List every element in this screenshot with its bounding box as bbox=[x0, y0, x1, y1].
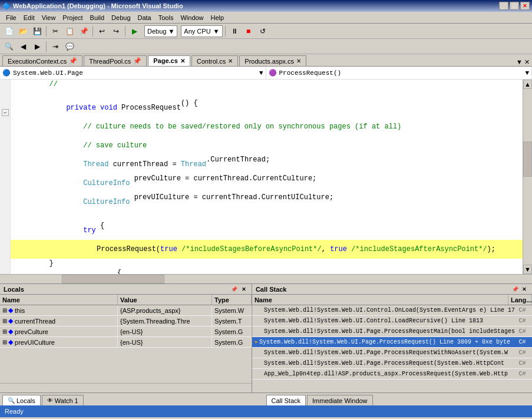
save-button[interactable]: 💾 bbox=[31, 25, 44, 37]
redo-button[interactable]: ↪ bbox=[110, 25, 123, 37]
scroll-thumb[interactable] bbox=[523, 141, 532, 177]
locals-row-prevuiculture[interactable]: ⊞ ◆ prevUICulture {en-US} System.G bbox=[0, 337, 252, 348]
locals-hscroll-track[interactable] bbox=[0, 384, 252, 392]
sep1 bbox=[46, 26, 47, 37]
new-file-button[interactable]: 📄 bbox=[2, 25, 15, 37]
menu-window[interactable]: Window bbox=[177, 13, 207, 22]
code-text[interactable]: // − private void ProcessRequest() { // … bbox=[11, 80, 523, 274]
cs-name-4: System.Web.dll!System.Web.UI.Page.Proces… bbox=[259, 339, 515, 345]
watch-tab-icon: 👁 bbox=[47, 397, 53, 404]
tab-close-icon[interactable]: ✕ bbox=[228, 58, 233, 64]
method-name-code: ProcessRequest bbox=[121, 103, 181, 113]
tab-close-icon[interactable]: ✕ bbox=[296, 58, 301, 64]
class-dropdown[interactable]: 🔵 System.Web.UI.Page ▼ bbox=[0, 67, 266, 79]
nav-back-button[interactable]: ◀ bbox=[16, 41, 29, 52]
immediate-tab-label: Immediate Window bbox=[312, 397, 368, 404]
btab-callstack[interactable]: Call Stack bbox=[266, 395, 306, 405]
menu-debug[interactable]: Debug bbox=[108, 13, 134, 22]
config-dropdown[interactable]: Debug ▼ bbox=[144, 25, 177, 37]
culture-icon: ◆ bbox=[8, 328, 13, 335]
pause-button[interactable]: ⏸ bbox=[228, 25, 241, 37]
locals-hscroll[interactable] bbox=[0, 383, 252, 392]
collapse-icon[interactable]: − bbox=[2, 109, 9, 116]
menu-view[interactable]: View bbox=[38, 13, 60, 22]
tab-page[interactable]: Page.cs ✕ bbox=[148, 55, 190, 66]
maximize-button[interactable]: □ bbox=[510, 2, 519, 10]
tab-overflow[interactable]: ▼ ✕ bbox=[516, 58, 530, 66]
indent-button[interactable]: ⇥ bbox=[49, 41, 62, 52]
method-dropdown[interactable]: 🟣 ProcessRequest() ▼ bbox=[266, 67, 533, 79]
find-button[interactable]: 🔍 bbox=[2, 41, 15, 52]
code-scroll-area[interactable]: // − private void ProcessRequest() { // … bbox=[11, 80, 523, 274]
code-line: try { bbox=[11, 221, 523, 240]
tab-threadpool[interactable]: ThreadPool.cs 📌 bbox=[84, 55, 147, 66]
cs-lang-3: C# bbox=[515, 328, 530, 335]
menu-edit[interactable]: Edit bbox=[20, 13, 38, 22]
close-button[interactable]: ✕ bbox=[520, 2, 530, 10]
code-line: } bbox=[11, 259, 523, 268]
cs-row-1[interactable]: System.Web.dll!System.Web.UI.Control.OnL… bbox=[252, 305, 532, 316]
locals-table: Name Value Type ⊞ ◆ this {ASP.products_a… bbox=[0, 295, 252, 383]
cs-row-2[interactable]: System.Web.dll!System.Web.UI.Control.Loa… bbox=[252, 316, 532, 326]
btab-locals[interactable]: 🔍 Locals bbox=[2, 395, 41, 405]
scroll-up-button[interactable]: ▲ bbox=[523, 80, 532, 89]
cs-arrow-icon bbox=[255, 371, 262, 377]
locals-row-prevculture[interactable]: ⊞ ◆ prevCulture {en-US} System.G bbox=[0, 326, 252, 337]
menu-data[interactable]: Data bbox=[134, 13, 155, 22]
cs-row-6[interactable]: System.Web.dll!System.Web.UI.Page.Proces… bbox=[252, 358, 532, 369]
hscroll-track[interactable] bbox=[11, 275, 523, 283]
open-button[interactable]: 📂 bbox=[16, 25, 29, 37]
nav-fwd-button[interactable]: ▶ bbox=[31, 41, 44, 52]
cut-button[interactable]: ✂ bbox=[49, 25, 62, 37]
locals-panel-header: Locals 📌 ✕ bbox=[0, 284, 252, 295]
cs-name-5: System.Web.dll!System.Web.UI.Page.Proces… bbox=[264, 349, 515, 356]
cs-row-7[interactable]: App_Web_lp0n4tep.dll!ASP.products_aspx.P… bbox=[252, 369, 532, 380]
expand-icon[interactable]: ⊞ bbox=[2, 307, 7, 314]
tab-products[interactable]: Products.aspx.cs ✕ bbox=[239, 55, 306, 66]
tab-executioncontext[interactable]: ExecutionContext.cs 📌 bbox=[2, 55, 82, 66]
tab-control[interactable]: Control.cs ✕ bbox=[191, 55, 239, 66]
code-line: − private void ProcessRequest() { bbox=[11, 98, 523, 117]
expand-icon[interactable]: ⊞ bbox=[2, 328, 7, 335]
expand-icon[interactable]: ⊞ bbox=[2, 339, 7, 345]
copy-button[interactable]: 📋 bbox=[63, 25, 76, 37]
cs-name-6: System.Web.dll!System.Web.UI.Page.Proces… bbox=[264, 360, 515, 367]
sep2 bbox=[92, 26, 93, 37]
undo-button[interactable]: ↩ bbox=[95, 25, 108, 37]
menu-project[interactable]: Project bbox=[59, 13, 86, 22]
col-name-header: Name bbox=[0, 295, 118, 305]
platform-dropdown[interactable]: Any CPU ▼ bbox=[181, 25, 222, 37]
locals-pin-button[interactable]: 📌 bbox=[230, 285, 239, 293]
minimize-button[interactable]: _ bbox=[499, 2, 508, 10]
locals-row-currentthread[interactable]: ⊞ ◆ currentThread {System.Threading.Thre… bbox=[0, 316, 252, 326]
tab-close-icon[interactable]: ✕ bbox=[180, 58, 185, 64]
stop-button[interactable]: ■ bbox=[242, 25, 255, 37]
cs-pin-button[interactable]: 📌 bbox=[511, 285, 519, 293]
locals-row-this[interactable]: ⊞ ◆ this {ASP.products_aspx} System.W bbox=[0, 305, 252, 316]
menu-build[interactable]: Build bbox=[87, 13, 108, 22]
code-line bbox=[11, 89, 523, 98]
code-vscroll[interactable]: ▲ ▼ bbox=[523, 80, 532, 274]
cs-row-5[interactable]: System.Web.dll!System.Web.UI.Page.Proces… bbox=[252, 348, 532, 358]
cs-close-button[interactable]: ✕ bbox=[520, 285, 528, 293]
menu-help[interactable]: Help bbox=[207, 13, 228, 22]
cell-this-name: ⊞ ◆ this bbox=[0, 305, 118, 315]
tab-label: ExecutionContext.cs bbox=[8, 58, 67, 65]
btab-immediate[interactable]: Immediate Window bbox=[307, 395, 373, 405]
menu-file[interactable]: File bbox=[2, 13, 20, 22]
menu-tools[interactable]: Tools bbox=[155, 13, 177, 22]
paste-button[interactable]: 📌 bbox=[77, 25, 90, 37]
btab-watch1[interactable]: 👁 Watch 1 bbox=[42, 395, 84, 405]
scroll-down-button[interactable]: ▼ bbox=[523, 265, 532, 274]
cs-row-3[interactable]: System.Web.dll!System.Web.UI.Page.Proces… bbox=[252, 326, 532, 337]
status-text: Ready bbox=[5, 408, 24, 415]
expand-icon[interactable]: ⊞ bbox=[2, 318, 7, 324]
cs-row-4-selected[interactable]: ➤ System.Web.dll!System.Web.UI.Page.Proc… bbox=[252, 337, 532, 348]
start-debug-button[interactable]: ▶ bbox=[128, 25, 141, 37]
cell-currentthread-value: {System.Threading.Thre bbox=[118, 316, 212, 326]
locals-close-button[interactable]: ✕ bbox=[240, 285, 248, 293]
hscroll-thumb[interactable] bbox=[62, 275, 164, 283]
comment-button[interactable]: 💬 bbox=[63, 41, 76, 52]
restart-button[interactable]: ↺ bbox=[256, 25, 269, 37]
code-editor: − // − private void ProcessRequest() { bbox=[0, 80, 532, 274]
